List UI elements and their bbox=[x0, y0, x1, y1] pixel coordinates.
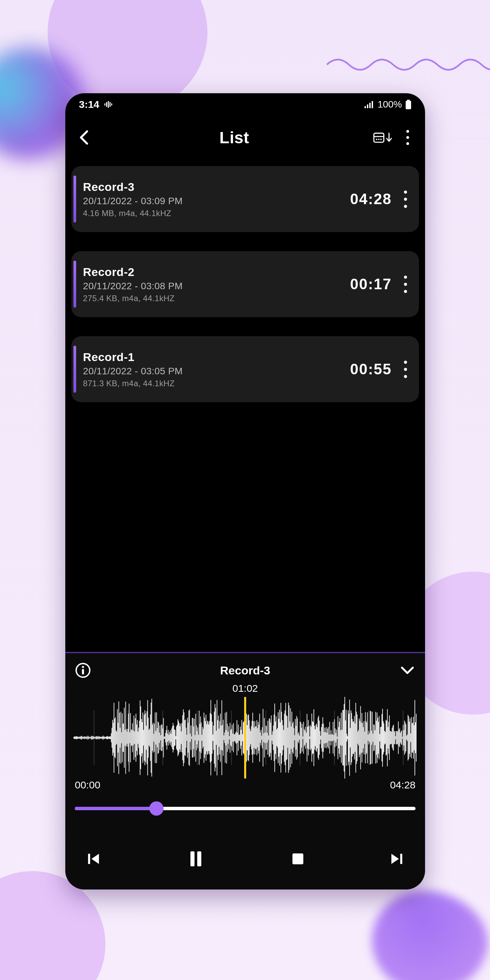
svg-rect-10 bbox=[406, 101, 411, 109]
svg-rect-11 bbox=[374, 133, 384, 142]
app-bar: List bbox=[65, 116, 425, 159]
svg-point-13 bbox=[376, 138, 377, 140]
playhead-indicator bbox=[244, 697, 246, 778]
back-button[interactable] bbox=[73, 126, 95, 149]
previous-button[interactable] bbox=[80, 845, 108, 872]
player-end-time: 04:28 bbox=[390, 779, 415, 791]
svg-rect-7 bbox=[369, 103, 371, 108]
recording-menu-button[interactable] bbox=[398, 187, 413, 211]
page-title: List bbox=[99, 128, 369, 147]
pause-button[interactable] bbox=[179, 845, 213, 872]
svg-point-14 bbox=[378, 138, 379, 140]
svg-rect-4 bbox=[111, 103, 112, 105]
svg-point-15 bbox=[380, 138, 382, 140]
waveform[interactable] bbox=[73, 697, 417, 778]
recording-menu-button[interactable] bbox=[398, 272, 413, 296]
recording-duration: 00:17 bbox=[350, 275, 392, 293]
audio-activity-icon bbox=[104, 101, 112, 108]
svg-rect-9 bbox=[407, 100, 410, 101]
svg-rect-1 bbox=[106, 102, 107, 107]
overflow-menu-button[interactable] bbox=[400, 127, 415, 148]
svg-rect-531 bbox=[190, 851, 195, 866]
svg-rect-3 bbox=[109, 102, 111, 107]
svg-rect-6 bbox=[367, 105, 368, 108]
stop-button[interactable] bbox=[284, 845, 311, 872]
recording-item[interactable]: Record-2 20/11/2022 - 03:08 PM 275.4 KB,… bbox=[71, 251, 419, 317]
info-button[interactable] bbox=[73, 661, 92, 680]
recording-duration: 04:28 bbox=[350, 191, 392, 208]
svg-point-18 bbox=[82, 666, 84, 668]
signal-icon bbox=[365, 101, 374, 108]
player-start-time: 00:00 bbox=[75, 779, 100, 791]
phone-frame: 3:14 100% bbox=[65, 93, 425, 889]
accent-stripe bbox=[73, 346, 76, 393]
recording-menu-button[interactable] bbox=[398, 357, 413, 381]
recording-title: Record-3 bbox=[83, 180, 350, 194]
recording-meta: 871.3 KB, m4a, 44.1kHZ bbox=[83, 379, 350, 388]
recording-duration: 00:55 bbox=[350, 361, 392, 378]
recording-meta: 4.16 MB, m4a, 44.1kHZ bbox=[83, 208, 350, 218]
player-controls bbox=[73, 835, 417, 883]
seek-bar[interactable] bbox=[73, 800, 417, 817]
battery-icon bbox=[405, 100, 411, 109]
accent-stripe bbox=[73, 176, 76, 223]
sort-by-date-button[interactable] bbox=[373, 127, 394, 148]
status-bar: 3:14 100% bbox=[65, 93, 425, 116]
svg-rect-5 bbox=[365, 106, 366, 108]
now-playing-title: Record-3 bbox=[220, 664, 270, 677]
recording-datetime: 20/11/2022 - 03:08 PM bbox=[83, 281, 350, 292]
svg-rect-0 bbox=[105, 103, 105, 105]
recording-datetime: 20/11/2022 - 03:05 PM bbox=[83, 366, 350, 377]
svg-rect-533 bbox=[292, 853, 303, 864]
player-current-time: 01:02 bbox=[73, 682, 417, 694]
svg-rect-532 bbox=[197, 851, 201, 866]
seek-thumb[interactable] bbox=[149, 801, 163, 816]
decor-blob bbox=[360, 878, 490, 980]
recording-title: Record-1 bbox=[83, 350, 350, 364]
recording-datetime: 20/11/2022 - 03:09 PM bbox=[83, 196, 350, 207]
accent-stripe bbox=[73, 261, 76, 308]
recording-item[interactable]: Record-1 20/11/2022 - 03:05 PM 871.3 KB,… bbox=[71, 336, 419, 402]
player-panel: Record-3 01:02 bbox=[65, 652, 425, 889]
seek-fill bbox=[75, 807, 156, 810]
battery-percent: 100% bbox=[377, 99, 402, 110]
svg-rect-19 bbox=[82, 669, 84, 675]
recording-title: Record-2 bbox=[83, 266, 350, 279]
decor-wave bbox=[327, 54, 490, 75]
recording-meta: 275.4 KB, m4a, 44.1kHZ bbox=[83, 294, 350, 303]
svg-rect-8 bbox=[372, 101, 373, 108]
collapse-button[interactable] bbox=[398, 661, 417, 680]
svg-rect-530 bbox=[88, 854, 90, 864]
recording-item[interactable]: Record-3 20/11/2022 - 03:09 PM 4.16 MB, … bbox=[71, 166, 419, 232]
status-time: 3:14 bbox=[79, 99, 99, 110]
next-button[interactable] bbox=[383, 845, 410, 872]
recordings-list[interactable]: Record-3 20/11/2022 - 03:09 PM 4.16 MB, … bbox=[65, 159, 425, 652]
svg-rect-534 bbox=[400, 854, 402, 864]
svg-rect-2 bbox=[108, 101, 109, 108]
